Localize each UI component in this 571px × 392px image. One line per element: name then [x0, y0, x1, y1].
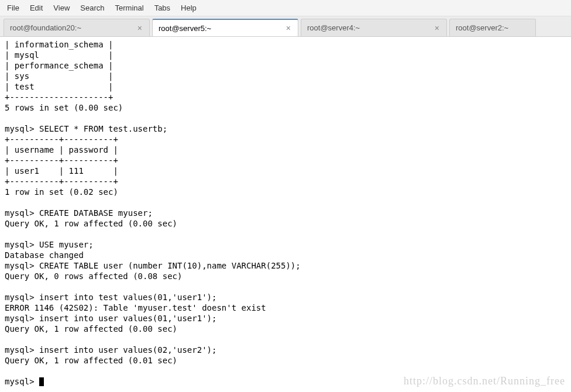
- terminal-line: Query OK, 1 row affected (0.00 sec): [5, 219, 177, 228]
- terminal-line: | information_schema |: [5, 40, 113, 49]
- tabbar: root@foundation20:~ × root@server5:~ × r…: [0, 16, 571, 37]
- tab-server2[interactable]: root@server2:~: [449, 19, 536, 36]
- terminal-line: Query OK, 1 row affected (0.01 sec): [5, 356, 177, 365]
- menu-tabs[interactable]: Tabs: [154, 4, 170, 12]
- terminal-line: mysql> CREATE TABLE user (number INT(10)…: [5, 261, 301, 270]
- terminal-line: +----------+----------+: [5, 177, 118, 186]
- menu-edit[interactable]: Edit: [30, 4, 43, 12]
- terminal-line: | sys |: [5, 71, 113, 81]
- tab-label: root@server2:~: [456, 23, 508, 32]
- menu-search[interactable]: Search: [80, 4, 104, 12]
- terminal-line: mysql> CREATE DATABASE myuser;: [5, 208, 153, 218]
- terminal-line: | test |: [5, 82, 113, 91]
- terminal-line: mysql> insert into user values(02,'user2…: [5, 345, 216, 355]
- terminal-line: | performance_schema |: [5, 61, 113, 70]
- menu-file[interactable]: File: [7, 4, 19, 12]
- terminal-line: | user1 | 111 |: [5, 166, 118, 176]
- tab-label: root@server5:~: [159, 24, 211, 33]
- close-icon[interactable]: ×: [434, 23, 441, 33]
- terminal-line: Query OK, 0 rows affected (0.08 sec): [5, 271, 182, 281]
- menu-help[interactable]: Help: [181, 4, 197, 12]
- terminal-line: mysql> SELECT * FROM test.usertb;: [5, 124, 167, 133]
- menubar: File Edit View Search Terminal Tabs Help: [0, 0, 571, 16]
- terminal-line: 1 row in set (0.02 sec): [5, 187, 118, 197]
- close-icon[interactable]: ×: [285, 23, 292, 33]
- terminal-line: mysql> insert into user values(01,'user1…: [5, 314, 216, 323]
- close-icon[interactable]: ×: [136, 23, 143, 33]
- terminal-output[interactable]: | information_schema | | mysql | | perfo…: [0, 37, 571, 389]
- terminal-line: ERROR 1146 (42S02): Table 'myuser.test' …: [5, 303, 266, 312]
- tab-label: root@server4:~: [307, 23, 360, 32]
- watermark: http://blog.csdn.net/Running_free: [404, 375, 565, 387]
- terminal-line: mysql> USE myuser;: [5, 240, 94, 249]
- terminal-line: | mysql |: [5, 50, 113, 60]
- terminal-line: Query OK, 1 row affected (0.00 sec): [5, 324, 177, 333]
- tab-server4[interactable]: root@server4:~ ×: [301, 19, 447, 36]
- terminal-line: +----------+----------+: [5, 135, 118, 144]
- terminal-line: 5 rows in set (0.00 sec): [5, 103, 123, 112]
- terminal-line: +--------------------+: [5, 92, 113, 102]
- terminal-line: | username | password |: [5, 145, 118, 154]
- tab-server5[interactable]: root@server5:~ ×: [152, 19, 298, 36]
- terminal-line: Database changed: [5, 250, 84, 260]
- terminal-prompt: mysql>: [5, 377, 39, 386]
- menu-view[interactable]: View: [53, 4, 70, 12]
- terminal-line: +----------+----------+: [5, 156, 118, 165]
- tab-foundation20[interactable]: root@foundation20:~ ×: [4, 19, 150, 36]
- tab-label: root@foundation20:~: [10, 23, 81, 32]
- cursor-icon: [39, 377, 44, 386]
- terminal-line: mysql> insert into test values(01,'user1…: [5, 293, 216, 302]
- menu-terminal[interactable]: Terminal: [115, 4, 144, 12]
